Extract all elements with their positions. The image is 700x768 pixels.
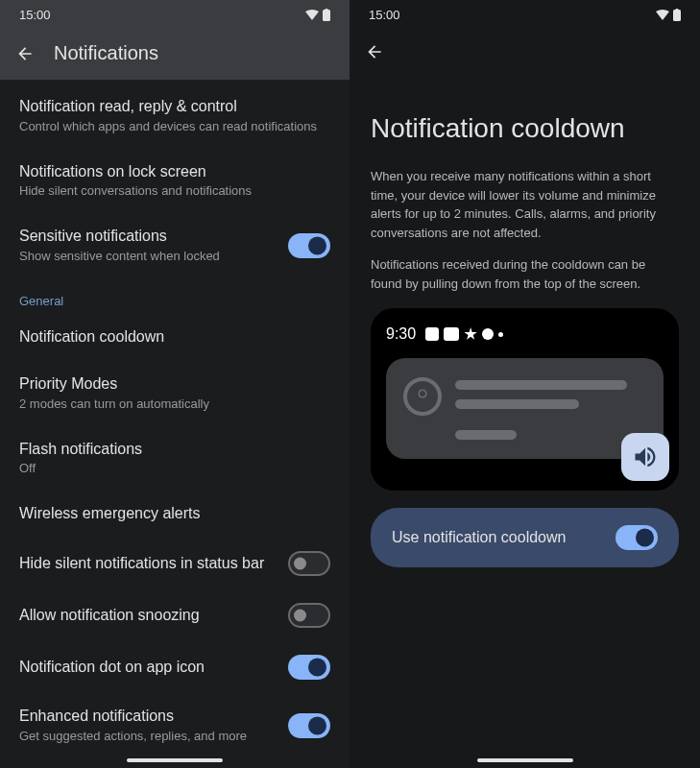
setting-title: Allow notification snoozing xyxy=(19,606,277,626)
setting-hide-silent-notifications[interactable]: Hide silent notifications in status bar xyxy=(0,538,350,589)
settings-list[interactable]: Notification read, reply & control Contr… xyxy=(0,80,350,762)
setting-subtitle: Off xyxy=(19,461,330,477)
sensitive-notifications-toggle[interactable] xyxy=(288,233,330,258)
setting-title: Sensitive notifications xyxy=(19,227,277,247)
wifi-icon xyxy=(656,10,669,20)
setting-title: Priority Modes xyxy=(19,374,330,395)
section-header-general: General xyxy=(0,278,350,314)
svg-rect-1 xyxy=(326,9,328,11)
header xyxy=(350,29,700,75)
hide-silent-toggle[interactable] xyxy=(288,551,330,576)
setting-subtitle: 2 modes can turn on automatically xyxy=(19,396,330,413)
status-time: 15:00 xyxy=(369,8,400,22)
illu-icon xyxy=(482,328,494,340)
illu-icon xyxy=(464,327,477,341)
setting-title: Notification cooldown xyxy=(19,327,330,348)
back-button[interactable] xyxy=(365,42,384,61)
status-bar: 15:00 xyxy=(350,0,700,29)
battery-icon xyxy=(673,9,681,21)
wifi-icon xyxy=(305,10,319,20)
status-icons xyxy=(656,9,681,21)
enhanced-notifications-toggle[interactable] xyxy=(288,713,330,738)
setting-title: Wireless emergency alerts xyxy=(19,504,330,524)
description-text-2: Notifications received during the cooldo… xyxy=(371,255,679,293)
setting-enhanced-notifications[interactable]: Enhanced notifications Get suggested act… xyxy=(0,693,350,758)
illustration-status-bar: 9:30 xyxy=(386,325,664,343)
setting-title: Notification dot on app icon xyxy=(19,658,277,678)
illu-icon xyxy=(498,332,503,337)
setting-notification-dot[interactable]: Notification dot on app icon xyxy=(0,641,350,693)
allow-snoozing-toggle[interactable] xyxy=(288,603,330,628)
setting-title: Enhanced notifications xyxy=(19,707,277,727)
setting-allow-snoozing[interactable]: Allow notification snoozing xyxy=(0,589,350,641)
svg-rect-2 xyxy=(673,10,681,21)
status-bar: 15:00 xyxy=(0,0,350,29)
header-bar: 15:00 Notifications xyxy=(0,0,350,80)
setting-notification-cooldown[interactable]: Notification cooldown xyxy=(0,314,350,361)
setting-subtitle: Get suggested actions, replies, and more xyxy=(19,729,277,745)
setting-read-reply-control[interactable]: Notification read, reply & control Contr… xyxy=(0,84,350,149)
setting-subtitle: Hide silent conversations and notificati… xyxy=(19,183,330,200)
illustration-text-lines xyxy=(455,377,646,440)
setting-sensitive-notifications[interactable]: Sensitive notifications Show sensitive c… xyxy=(0,213,350,278)
cooldown-illustration: 9:30 xyxy=(371,308,679,491)
setting-title: Flash notifications xyxy=(19,440,330,460)
illu-line xyxy=(455,430,517,440)
use-cooldown-toggle[interactable] xyxy=(616,525,658,550)
battery-icon xyxy=(323,9,330,21)
notifications-settings-screen: 15:00 Notifications Notification read, r… xyxy=(0,0,350,768)
speaker-icon xyxy=(632,444,659,470)
header: Notifications xyxy=(0,29,350,80)
illu-line xyxy=(455,399,579,409)
page-title: Notifications xyxy=(54,42,158,64)
main-content: Notification cooldown When you receive m… xyxy=(350,75,700,567)
home-indicator[interactable] xyxy=(477,758,573,762)
svg-rect-0 xyxy=(323,10,330,21)
illustration-notif-icons xyxy=(425,327,503,341)
setting-title: Notification read, reply & control xyxy=(19,97,330,117)
setting-subtitle: Control which apps and devices can read … xyxy=(19,119,330,135)
setting-priority-modes[interactable]: Priority Modes 2 modes can turn on autom… xyxy=(0,361,350,426)
setting-lock-screen[interactable]: Notifications on lock screen Hide silent… xyxy=(0,149,350,214)
setting-flash-notifications[interactable]: Flash notifications Off xyxy=(0,426,350,492)
back-button[interactable] xyxy=(15,44,35,63)
svg-rect-3 xyxy=(676,9,679,11)
arrow-back-icon xyxy=(15,44,35,63)
use-cooldown-row[interactable]: Use notification cooldown xyxy=(371,508,679,567)
illustration-app-icon xyxy=(403,377,442,416)
setting-subtitle: Show sensitive content when locked xyxy=(19,249,277,265)
cooldown-toggle-label: Use notification cooldown xyxy=(392,529,566,546)
illu-line xyxy=(455,380,627,390)
home-indicator[interactable] xyxy=(127,758,223,762)
arrow-back-icon xyxy=(365,42,384,61)
status-icons xyxy=(305,9,330,21)
illu-icon xyxy=(425,327,439,341)
illustration-time: 9:30 xyxy=(386,325,416,343)
sound-icon-badge xyxy=(621,433,669,481)
notification-dot-toggle[interactable] xyxy=(288,655,330,680)
description-text-1: When you receive many notifications with… xyxy=(371,167,679,242)
setting-wireless-emergency-alerts[interactable]: Wireless emergency alerts xyxy=(0,491,350,538)
status-time: 15:00 xyxy=(19,8,51,22)
page-title: Notification cooldown xyxy=(371,113,679,144)
notification-cooldown-screen: 15:00 Notification cooldown When you rec… xyxy=(350,0,700,768)
setting-title: Notifications on lock screen xyxy=(19,162,330,182)
illu-icon xyxy=(444,327,459,341)
setting-title: Hide silent notifications in status bar xyxy=(19,554,277,574)
